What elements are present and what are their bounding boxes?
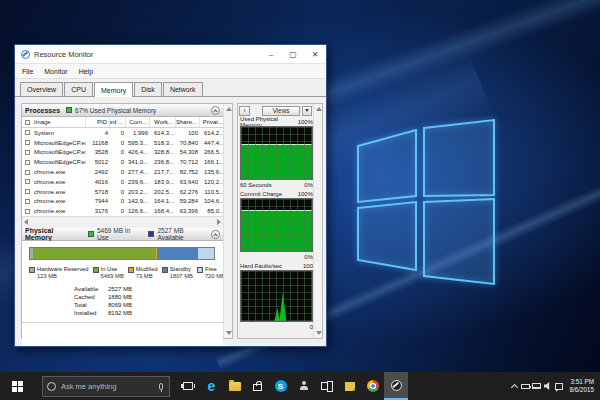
tray-network[interactable] — [531, 372, 542, 400]
phone-companion-icon — [321, 381, 333, 392]
action-center-icon — [555, 383, 563, 390]
taskbar-store[interactable] — [246, 372, 269, 400]
resource-monitor-icon — [21, 50, 30, 59]
table-row[interactable]: MicrosoftEdgeCP.exe50120341,0...236,8...… — [22, 157, 223, 167]
row-checkbox[interactable] — [25, 179, 30, 184]
table-row[interactable]: chrome.exe79440142,9...164,1...59,284104… — [22, 197, 223, 207]
search-input[interactable]: Ask me anything — [42, 376, 170, 397]
column-hard-faults[interactable]: Hard ... — [110, 117, 126, 127]
collapse-chevron-icon[interactable] — [211, 106, 220, 115]
legend-in-use: In Use 5469 MB — [93, 266, 124, 280]
memory-usage-indicator-icon — [66, 107, 72, 113]
resource-monitor-window: Resource Monitor – ▢ ✕ File Monitor Help… — [14, 44, 327, 347]
segment-free — [198, 248, 214, 259]
menu-help[interactable]: Help — [79, 68, 93, 75]
table-row[interactable]: chrome.exe24920277,4...217,7...82,752135… — [22, 167, 223, 177]
taskbar-file-explorer[interactable] — [223, 372, 246, 400]
folder-icon — [229, 382, 241, 391]
taskbar-notes-app[interactable] — [338, 372, 361, 400]
tray-battery[interactable] — [520, 372, 531, 400]
maximize-button[interactable]: ▢ — [282, 45, 304, 63]
column-shareable[interactable]: Share... — [176, 117, 200, 127]
row-checkbox[interactable] — [25, 189, 30, 194]
scroll-up-icon[interactable] — [316, 107, 322, 111]
tab-disk[interactable]: Disk — [134, 82, 162, 96]
column-pid[interactable]: PID — [86, 117, 110, 127]
taskbar-edge[interactable]: e — [200, 372, 223, 400]
taskbar-people-app[interactable] — [292, 372, 315, 400]
cell: 62,276 — [176, 189, 200, 195]
legend-swatch — [162, 267, 168, 273]
scroll-up-icon[interactable] — [226, 107, 232, 111]
task-view-button[interactable] — [176, 372, 200, 400]
scroll-left-icon[interactable] — [24, 219, 28, 225]
close-button[interactable]: ✕ — [304, 45, 326, 63]
stat-value: 8069 MB — [108, 301, 148, 309]
cell: MicrosoftEdgeCP.exe — [32, 149, 86, 155]
title-bar[interactable]: Resource Monitor – ▢ ✕ — [15, 45, 326, 64]
row-checkbox[interactable] — [25, 209, 30, 214]
physical-memory-panel-header[interactable]: Physical Memory 5469 MB In Use 2527 MB A… — [22, 228, 223, 241]
column-working-set[interactable]: Work... — [150, 117, 176, 127]
table-row[interactable]: MicrosoftEdgeCP.exe111680595,3...518,3..… — [22, 138, 223, 148]
table-row[interactable]: System401,996614,3...100614,2... — [22, 128, 223, 138]
select-all-checkbox[interactable] — [25, 120, 30, 125]
table-row[interactable]: MicrosoftEdgeCP.exe35280426,4...328,8...… — [22, 148, 223, 158]
tab-cpu[interactable]: CPU — [64, 82, 93, 96]
cell: 239,6... — [126, 179, 150, 185]
collapse-chevron-icon[interactable] — [211, 230, 220, 239]
minimize-button[interactable]: – — [260, 45, 282, 63]
views-button[interactable]: Views — [262, 106, 300, 116]
menu-monitor[interactable]: Monitor — [44, 68, 67, 75]
process-table-header[interactable]: Image PID Hard ... Com... Work... Share.… — [22, 117, 223, 128]
row-checkbox[interactable] — [25, 130, 30, 135]
table-row[interactable]: chrome.exe57180203,2...202,5...62,276110… — [22, 187, 223, 197]
tab-memory[interactable]: Memory — [94, 82, 133, 97]
scroll-down-icon[interactable] — [316, 331, 322, 335]
left-panel-column: Processes 67% Used Physical Memory Image… — [21, 103, 233, 339]
column-image[interactable]: Image — [32, 117, 86, 127]
taskbar-chrome[interactable] — [361, 372, 384, 400]
speaker-icon — [544, 382, 552, 390]
taskbar-resource-monitor-active[interactable] — [384, 372, 408, 400]
cell: 168,4... — [150, 208, 176, 214]
chevron-up-icon — [511, 383, 518, 390]
cell: 203,2... — [126, 189, 150, 195]
taskbar-skype[interactable]: S — [269, 372, 292, 400]
table-row[interactable]: chrome.exe40160239,6...183,9...63,640120… — [22, 177, 223, 187]
cell: 426,4... — [126, 149, 150, 155]
menu-file[interactable]: File — [22, 68, 33, 75]
vertical-scrollbar[interactable] — [223, 104, 232, 338]
processes-panel-header[interactable]: Processes 67% Used Physical Memory — [22, 104, 223, 117]
tab-overview[interactable]: Overview — [20, 82, 63, 96]
scroll-right-icon[interactable] — [217, 219, 221, 225]
table-row[interactable]: chrome.exe31760126,6...168,4...63,39685,… — [22, 206, 223, 216]
hard-faults-graph — [240, 270, 313, 322]
window-title: Resource Monitor — [34, 50, 93, 59]
row-checkbox[interactable] — [25, 160, 30, 165]
tray-volume[interactable] — [542, 372, 553, 400]
legend-swatch — [29, 267, 35, 273]
vertical-scrollbar[interactable] — [313, 104, 322, 338]
microphone-icon[interactable] — [159, 383, 163, 390]
row-checkbox[interactable] — [25, 140, 30, 145]
scroll-down-icon[interactable] — [226, 331, 232, 335]
taskbar-clock[interactable]: 3:51 PM 8/6/2015 — [569, 378, 594, 394]
cell: 0 — [110, 130, 126, 136]
views-dropdown-button[interactable] — [302, 106, 312, 116]
tray-action-center[interactable] — [553, 372, 564, 400]
tray-expand-button[interactable] — [509, 372, 520, 400]
taskbar-phone-companion[interactable] — [315, 372, 338, 400]
start-button[interactable] — [0, 372, 34, 400]
row-checkbox[interactable] — [25, 170, 30, 175]
cell: 164,1... — [150, 198, 176, 204]
in-use-indicator-icon — [88, 231, 94, 237]
cell: 0 — [110, 140, 126, 146]
horizontal-scrollbar[interactable] — [22, 216, 223, 225]
column-commit[interactable]: Com... — [126, 117, 150, 127]
expand-graphs-button[interactable]: › — [239, 106, 250, 116]
tab-network[interactable]: Network — [163, 82, 203, 96]
row-checkbox[interactable] — [25, 199, 30, 204]
cell: 447,4... — [200, 140, 223, 146]
row-checkbox[interactable] — [25, 150, 30, 155]
